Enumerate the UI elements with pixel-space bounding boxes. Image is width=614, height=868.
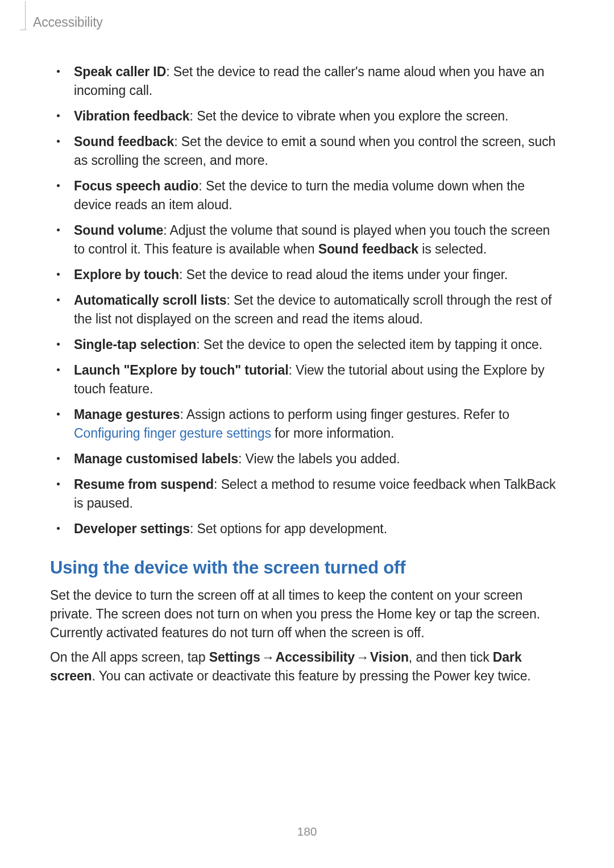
term: Vibration feedback [74, 109, 190, 123]
desc: : Set the device to vibrate when you exp… [190, 109, 509, 123]
term: Sound feedback [74, 134, 174, 149]
term: Manage gestures [74, 407, 180, 422]
list-item: Speak caller ID: Set the device to read … [56, 63, 564, 100]
term: Explore by touch [74, 267, 179, 282]
bullet-icon [57, 273, 60, 276]
bullet-icon [57, 114, 60, 117]
term: Launch "Explore by touch" tutorial [74, 363, 289, 377]
heading-dark-screen: Using the device with the screen turned … [50, 558, 564, 578]
link-configuring-finger-gesture[interactable]: Configuring finger gesture settings [74, 426, 271, 441]
term: Single-tap selection [74, 337, 196, 352]
list-item: Sound feedback: Set the device to emit a… [56, 132, 564, 170]
list-item: Resume from suspend: Select a method to … [56, 475, 564, 513]
term: Focus speech audio [74, 178, 198, 193]
bullet-list: Speak caller ID: Set the device to read … [50, 63, 564, 538]
p2-vision: Vision [370, 650, 409, 665]
p2-pre: On the All apps screen, tap [50, 650, 209, 665]
term: Automatically scroll lists [74, 293, 226, 308]
content: Speak caller ID: Set the device to read … [50, 0, 564, 686]
desc: : Set options for app development. [190, 521, 387, 536]
bullet-icon [57, 184, 60, 187]
desc: : View the labels you added. [238, 451, 400, 466]
arrow-icon: → [355, 648, 370, 667]
list-item: Explore by touch: Set the device to read… [56, 265, 564, 284]
list-item: Launch "Explore by touch" tutorial: View… [56, 361, 564, 398]
header-rule-vertical [20, 1, 26, 30]
term: Speak caller ID [74, 64, 166, 79]
p2-mid: , and then tick [409, 650, 493, 665]
list-item: Manage customised labels: View the label… [56, 450, 564, 468]
list-item: Manage gestures: Assign actions to perfo… [56, 405, 564, 443]
header-rule-horizontal [20, 30, 27, 30]
bullet-icon [57, 140, 60, 143]
desc: : Set the device to open the selected it… [196, 337, 542, 352]
arrow-icon: → [260, 648, 276, 667]
inner-bold: Sound feedback [318, 242, 418, 256]
paragraph-1: Set the device to turn the screen off at… [50, 586, 564, 642]
page: Accessibility Speak caller ID: Set the d… [0, 0, 614, 868]
term: Manage customised labels [74, 451, 238, 466]
p2-post: . You can activate or deactivate this fe… [92, 668, 531, 683]
bullet-icon [57, 298, 60, 301]
p2-settings: Settings [209, 650, 260, 665]
paragraph-2: On the All apps screen, tap Settings → A… [50, 648, 564, 686]
bullet-icon [57, 368, 60, 371]
bullet-icon [57, 229, 60, 231]
section-label: Accessibility [33, 15, 103, 30]
list-item: Vibration feedback: Set the device to vi… [56, 107, 564, 126]
bullet-icon [57, 527, 60, 530]
page-number: 180 [0, 825, 614, 838]
bullet-icon [57, 343, 60, 346]
term: Developer settings [74, 521, 190, 536]
list-item: Sound volume: Adjust the volume that sou… [56, 221, 564, 259]
desc: : Set the device to read aloud the items… [179, 267, 508, 282]
term: Resume from suspend [74, 477, 214, 492]
desc-pre: : Assign actions to perform using finger… [180, 407, 509, 422]
bullet-icon [57, 457, 60, 460]
p2-accessibility: Accessibility [276, 650, 355, 665]
list-item: Single-tap selection: Set the device to … [56, 335, 564, 354]
list-item: Developer settings: Set options for app … [56, 520, 564, 538]
term: Sound volume [74, 223, 163, 238]
bullet-icon [57, 413, 60, 416]
bullet-icon [57, 70, 60, 73]
bullet-icon [57, 483, 60, 485]
list-item: Focus speech audio: Set the device to tu… [56, 177, 564, 214]
desc-post: is selected. [418, 242, 487, 256]
list-item: Automatically scroll lists: Set the devi… [56, 291, 564, 329]
desc-post: for more information. [271, 426, 394, 441]
